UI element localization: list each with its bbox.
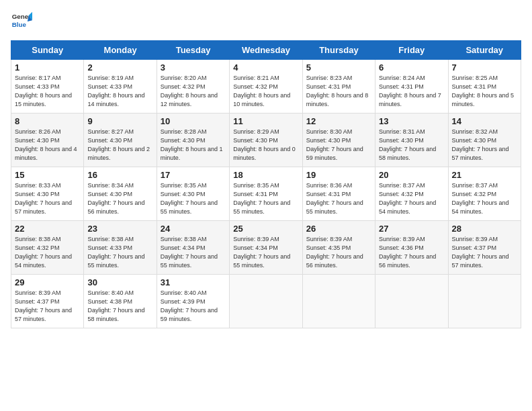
calendar-cell: 15Sunrise: 8:33 AMSunset: 4:30 PMDayligh…: [11, 167, 84, 221]
calendar-cell: 20Sunrise: 8:37 AMSunset: 4:32 PMDayligh…: [375, 167, 448, 221]
day-info: Sunrise: 8:40 AMSunset: 4:39 PMDaylight:…: [161, 289, 226, 324]
calendar-cell: 8Sunrise: 8:26 AMSunset: 4:30 PMDaylight…: [11, 113, 84, 167]
col-header-wednesday: Wednesday: [230, 41, 302, 60]
calendar-week-3: 15Sunrise: 8:33 AMSunset: 4:30 PMDayligh…: [11, 167, 521, 221]
calendar-week-4: 22Sunrise: 8:38 AMSunset: 4:32 PMDayligh…: [11, 221, 521, 275]
day-info: Sunrise: 8:38 AMSunset: 4:33 PMDaylight:…: [87, 235, 152, 270]
day-number: 27: [379, 224, 444, 234]
day-number: 3: [161, 62, 226, 73]
day-info: Sunrise: 8:38 AMSunset: 4:34 PMDaylight:…: [161, 235, 226, 270]
calendar-week-1: 1Sunrise: 8:17 AMSunset: 4:33 PMDaylight…: [11, 60, 521, 113]
day-info: Sunrise: 8:35 AMSunset: 4:31 PMDaylight:…: [233, 181, 298, 216]
calendar-cell: [448, 275, 521, 328]
day-number: 2: [87, 62, 152, 73]
calendar-cell: 17Sunrise: 8:35 AMSunset: 4:30 PMDayligh…: [157, 167, 229, 221]
logo-icon: General Blue: [11, 11, 32, 32]
day-number: 1: [15, 62, 80, 73]
calendar-cell: 12Sunrise: 8:30 AMSunset: 4:30 PMDayligh…: [302, 113, 375, 167]
calendar-cell: 30Sunrise: 8:40 AMSunset: 4:38 PMDayligh…: [84, 275, 157, 328]
calendar-cell: [230, 275, 302, 328]
calendar-cell: 11Sunrise: 8:29 AMSunset: 4:30 PMDayligh…: [230, 113, 302, 167]
col-header-thursday: Thursday: [302, 41, 375, 60]
day-info: Sunrise: 8:21 AMSunset: 4:32 PMDaylight:…: [233, 74, 298, 109]
day-info: Sunrise: 8:31 AMSunset: 4:30 PMDaylight:…: [379, 128, 444, 163]
calendar-cell: 10Sunrise: 8:28 AMSunset: 4:30 PMDayligh…: [157, 113, 229, 167]
day-info: Sunrise: 8:27 AMSunset: 4:30 PMDaylight:…: [87, 128, 152, 163]
day-info: Sunrise: 8:17 AMSunset: 4:33 PMDaylight:…: [15, 74, 80, 109]
calendar-cell: 18Sunrise: 8:35 AMSunset: 4:31 PMDayligh…: [230, 167, 302, 221]
day-number: 10: [161, 116, 226, 126]
calendar-cell: 14Sunrise: 8:32 AMSunset: 4:30 PMDayligh…: [448, 113, 521, 167]
col-header-friday: Friday: [375, 41, 448, 60]
day-info: Sunrise: 8:36 AMSunset: 4:31 PMDaylight:…: [306, 181, 371, 216]
day-number: 15: [15, 170, 80, 180]
day-number: 24: [161, 224, 226, 234]
day-number: 18: [233, 170, 298, 180]
day-info: Sunrise: 8:37 AMSunset: 4:32 PMDaylight:…: [379, 181, 444, 216]
day-number: 13: [379, 116, 444, 126]
day-number: 31: [161, 277, 226, 287]
calendar-cell: 22Sunrise: 8:38 AMSunset: 4:32 PMDayligh…: [11, 221, 84, 275]
day-info: Sunrise: 8:40 AMSunset: 4:38 PMDaylight:…: [87, 289, 152, 324]
calendar-cell: 9Sunrise: 8:27 AMSunset: 4:30 PMDaylight…: [84, 113, 157, 167]
calendar-cell: 2Sunrise: 8:19 AMSunset: 4:33 PMDaylight…: [84, 60, 157, 113]
calendar-header-row: SundayMondayTuesdayWednesdayThursdayFrid…: [11, 41, 521, 60]
day-number: 25: [233, 224, 298, 234]
day-info: Sunrise: 8:39 AMSunset: 4:35 PMDaylight:…: [306, 235, 371, 270]
day-info: Sunrise: 8:32 AMSunset: 4:30 PMDaylight:…: [452, 128, 517, 163]
day-info: Sunrise: 8:35 AMSunset: 4:30 PMDaylight:…: [161, 181, 226, 216]
day-info: Sunrise: 8:39 AMSunset: 4:34 PMDaylight:…: [233, 235, 298, 270]
day-number: 26: [306, 224, 371, 234]
calendar-cell: 6Sunrise: 8:24 AMSunset: 4:31 PMDaylight…: [375, 60, 448, 113]
day-number: 20: [379, 170, 444, 180]
col-header-tuesday: Tuesday: [157, 41, 229, 60]
day-number: 8: [15, 116, 80, 126]
day-info: Sunrise: 8:20 AMSunset: 4:32 PMDaylight:…: [161, 74, 226, 109]
day-info: Sunrise: 8:38 AMSunset: 4:32 PMDaylight:…: [15, 235, 80, 270]
day-info: Sunrise: 8:24 AMSunset: 4:31 PMDaylight:…: [379, 74, 444, 109]
day-number: 19: [306, 170, 371, 180]
logo: General Blue: [11, 11, 32, 32]
calendar-cell: 21Sunrise: 8:37 AMSunset: 4:32 PMDayligh…: [448, 167, 521, 221]
svg-text:Blue: Blue: [12, 21, 27, 28]
day-number: 9: [87, 116, 152, 126]
calendar-cell: 13Sunrise: 8:31 AMSunset: 4:30 PMDayligh…: [375, 113, 448, 167]
calendar-cell: 31Sunrise: 8:40 AMSunset: 4:39 PMDayligh…: [157, 275, 229, 328]
day-info: Sunrise: 8:19 AMSunset: 4:33 PMDaylight:…: [87, 74, 152, 109]
col-header-monday: Monday: [84, 41, 157, 60]
day-number: 28: [452, 224, 517, 234]
day-info: Sunrise: 8:25 AMSunset: 4:31 PMDaylight:…: [452, 74, 517, 109]
day-info: Sunrise: 8:37 AMSunset: 4:32 PMDaylight:…: [452, 181, 517, 216]
calendar-cell: [375, 275, 448, 328]
day-number: 5: [306, 62, 371, 73]
day-info: Sunrise: 8:34 AMSunset: 4:30 PMDaylight:…: [87, 181, 152, 216]
day-number: 14: [452, 116, 517, 126]
calendar-cell: 28Sunrise: 8:39 AMSunset: 4:37 PMDayligh…: [448, 221, 521, 275]
calendar-cell: 16Sunrise: 8:34 AMSunset: 4:30 PMDayligh…: [84, 167, 157, 221]
calendar-cell: 4Sunrise: 8:21 AMSunset: 4:32 PMDaylight…: [230, 60, 302, 113]
day-number: 23: [87, 224, 152, 234]
calendar-cell: 19Sunrise: 8:36 AMSunset: 4:31 PMDayligh…: [302, 167, 375, 221]
day-number: 30: [87, 277, 152, 287]
calendar-cell: 24Sunrise: 8:38 AMSunset: 4:34 PMDayligh…: [157, 221, 229, 275]
calendar-cell: 1Sunrise: 8:17 AMSunset: 4:33 PMDaylight…: [11, 60, 84, 113]
day-number: 22: [15, 224, 80, 234]
day-info: Sunrise: 8:33 AMSunset: 4:30 PMDaylight:…: [15, 181, 80, 216]
calendar-cell: 3Sunrise: 8:20 AMSunset: 4:32 PMDaylight…: [157, 60, 229, 113]
day-info: Sunrise: 8:39 AMSunset: 4:37 PMDaylight:…: [15, 289, 80, 324]
day-number: 21: [452, 170, 517, 180]
calendar-cell: 5Sunrise: 8:23 AMSunset: 4:31 PMDaylight…: [302, 60, 375, 113]
calendar-cell: 7Sunrise: 8:25 AMSunset: 4:31 PMDaylight…: [448, 60, 521, 113]
calendar-cell: 27Sunrise: 8:39 AMSunset: 4:36 PMDayligh…: [375, 221, 448, 275]
day-info: Sunrise: 8:29 AMSunset: 4:30 PMDaylight:…: [233, 128, 298, 163]
calendar-cell: 26Sunrise: 8:39 AMSunset: 4:35 PMDayligh…: [302, 221, 375, 275]
day-number: 17: [161, 170, 226, 180]
day-number: 16: [87, 170, 152, 180]
day-info: Sunrise: 8:30 AMSunset: 4:30 PMDaylight:…: [306, 128, 371, 163]
calendar-week-2: 8Sunrise: 8:26 AMSunset: 4:30 PMDaylight…: [11, 113, 521, 167]
col-header-saturday: Saturday: [448, 41, 521, 60]
day-number: 7: [452, 62, 517, 73]
day-info: Sunrise: 8:26 AMSunset: 4:30 PMDaylight:…: [15, 128, 80, 163]
day-info: Sunrise: 8:39 AMSunset: 4:36 PMDaylight:…: [379, 235, 444, 270]
day-info: Sunrise: 8:28 AMSunset: 4:30 PMDaylight:…: [161, 128, 226, 163]
